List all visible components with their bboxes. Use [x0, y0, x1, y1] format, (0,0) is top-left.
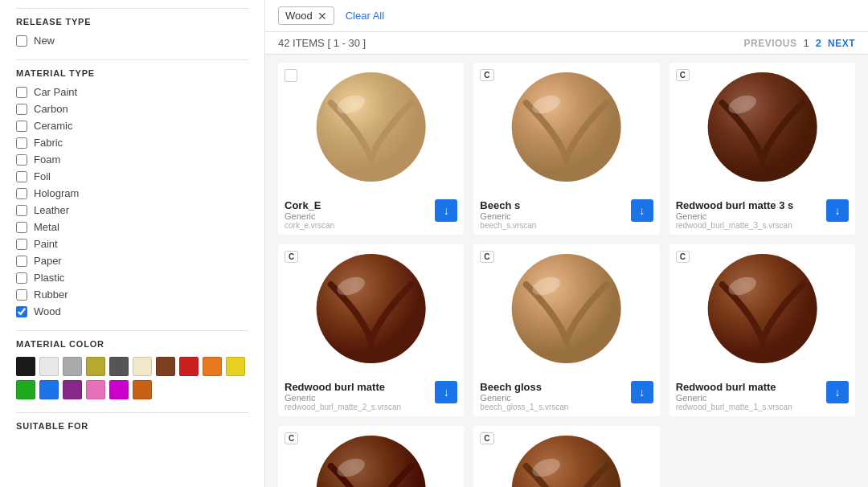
next-button[interactable]: NEXT — [828, 38, 855, 49]
material-card[interactable]: CBeech sGenericbeech_s.vrscan↓ — [473, 63, 659, 235]
material-type-row[interactable]: Wood — [16, 305, 248, 317]
color-swatch[interactable] — [39, 357, 59, 376]
material-card[interactable]: Cork_EGenericcork_e.vrscan↓ — [278, 63, 464, 235]
material-type-label[interactable]: Car Paint — [34, 86, 77, 98]
card-text: Redwood burl matte 3 sGenericredwood_bur… — [676, 199, 794, 230]
release-new-label[interactable]: New — [34, 35, 55, 47]
material-type-label[interactable]: Rubber — [34, 289, 68, 301]
color-swatch[interactable] — [63, 380, 82, 399]
color-swatch[interactable] — [226, 357, 245, 376]
ball-svg — [669, 63, 855, 191]
material-type-checkbox[interactable] — [16, 239, 27, 250]
grid-area: Cork_EGenericcork_e.vrscan↓CBeech sGener… — [265, 55, 868, 487]
material-card[interactable]: CRedwood burl matteGenericredwood_burl_m… — [278, 244, 464, 416]
card-info: Beech sGenericbeech_s.vrscan↓ — [473, 194, 659, 235]
material-card[interactable]: C — [473, 426, 659, 487]
material-type-checkbox[interactable] — [16, 222, 27, 233]
material-type-label[interactable]: Metal — [34, 221, 59, 233]
material-type-row[interactable]: Hologram — [16, 187, 248, 199]
card-name: Redwood burl matte — [285, 381, 401, 393]
material-type-checkbox[interactable] — [16, 154, 27, 166]
material-type-label[interactable]: Plastic — [34, 272, 64, 284]
material-type-row[interactable]: Metal — [16, 221, 248, 233]
download-button[interactable]: ↓ — [435, 381, 457, 403]
remove-filter-icon[interactable]: ✕ — [317, 10, 327, 22]
material-type-label[interactable]: Foam — [34, 153, 60, 166]
material-type-checkbox[interactable] — [16, 137, 27, 149]
material-type-row[interactable]: Paint — [16, 238, 248, 250]
material-card[interactable]: CBeech glossGenericbeech_gloss_1_s.vrsca… — [473, 244, 659, 416]
card-text: Redwood burl matteGenericredwood_burl_ma… — [676, 381, 792, 411]
material-type-row[interactable]: Fabric — [16, 137, 248, 149]
material-type-label[interactable]: Leather — [34, 204, 69, 216]
material-type-row[interactable]: Plastic — [16, 272, 248, 284]
material-color-title: MATERIAL COLOR — [16, 330, 248, 349]
material-type-row[interactable]: Foam — [16, 153, 248, 166]
material-type-label[interactable]: Ceramic — [34, 120, 72, 132]
material-type-label[interactable]: Fabric — [34, 137, 63, 149]
clear-all-button[interactable]: Clear All — [342, 10, 387, 22]
color-swatch[interactable] — [63, 357, 82, 376]
download-button[interactable]: ↓ — [826, 381, 849, 403]
color-swatch[interactable] — [86, 357, 105, 376]
previous-button[interactable]: PREVIOUS — [744, 38, 797, 49]
card-badge: C — [285, 432, 298, 444]
material-type-label[interactable]: Wood — [34, 305, 61, 317]
color-swatch[interactable] — [203, 357, 222, 376]
pagination: PREVIOUS 1 2 NEXT — [744, 37, 856, 49]
color-swatch[interactable] — [16, 357, 35, 376]
color-swatch[interactable] — [16, 380, 35, 399]
color-swatch[interactable] — [109, 380, 129, 399]
color-swatch[interactable] — [179, 357, 199, 376]
color-swatch[interactable] — [39, 380, 59, 399]
material-type-checkbox[interactable] — [16, 289, 27, 301]
page-1-button[interactable]: 1 — [804, 37, 809, 49]
material-type-row[interactable]: Paper — [16, 255, 248, 267]
material-type-row[interactable]: Ceramic — [16, 120, 248, 132]
material-type-label[interactable]: Paper — [34, 255, 62, 267]
color-swatch[interactable] — [109, 357, 129, 376]
ball-svg — [278, 426, 464, 487]
material-type-checkbox[interactable] — [16, 272, 27, 284]
release-new-checkbox[interactable] — [16, 35, 27, 47]
ball-svg — [473, 63, 659, 191]
material-type-checkbox[interactable] — [16, 256, 27, 267]
color-swatch[interactable] — [156, 357, 175, 376]
material-type-label[interactable]: Paint — [34, 238, 58, 250]
page-2-button[interactable]: 2 — [816, 37, 821, 49]
material-card[interactable]: CRedwood burl matte 3 sGenericredwood_bu… — [669, 63, 855, 235]
download-button[interactable]: ↓ — [435, 199, 457, 222]
release-new-row[interactable]: New — [16, 35, 248, 47]
material-type-row[interactable]: Foil — [16, 170, 248, 182]
material-type-checkbox[interactable] — [16, 121, 27, 132]
download-button[interactable]: ↓ — [631, 199, 653, 222]
material-type-checkbox[interactable] — [16, 87, 27, 98]
material-type-label[interactable]: Carbon — [34, 103, 68, 115]
download-button[interactable]: ↓ — [631, 381, 653, 403]
color-swatch[interactable] — [133, 380, 152, 399]
material-type-row[interactable]: Rubber — [16, 289, 248, 301]
download-button[interactable]: ↓ — [826, 199, 849, 222]
active-filter-tag[interactable]: Wood ✕ — [278, 6, 334, 25]
material-type-checkbox[interactable] — [16, 171, 27, 182]
card-filename: cork_e.vrscan — [285, 221, 334, 230]
material-type-label[interactable]: Foil — [34, 170, 51, 182]
card-type: Generic — [285, 211, 334, 221]
material-type-checkbox[interactable] — [16, 104, 27, 115]
material-type-row[interactable]: Carbon — [16, 103, 248, 115]
material-type-checkbox[interactable] — [16, 306, 27, 317]
card-select-checkbox[interactable] — [285, 69, 297, 82]
card-type: Generic — [480, 393, 568, 403]
material-type-row[interactable]: Car Paint — [16, 86, 248, 98]
card-filename: beech_gloss_1_s.vrscan — [480, 403, 568, 411]
material-type-checkbox[interactable] — [16, 205, 27, 216]
material-card[interactable]: C — [278, 426, 464, 487]
card-text: Beech glossGenericbeech_gloss_1_s.vrscan — [480, 381, 568, 411]
card-badge: C — [480, 251, 493, 263]
color-swatch[interactable] — [86, 380, 105, 399]
material-type-row[interactable]: Leather — [16, 204, 248, 216]
color-swatch[interactable] — [133, 357, 152, 376]
material-card[interactable]: CRedwood burl matteGenericredwood_burl_m… — [669, 244, 855, 416]
material-type-label[interactable]: Hologram — [34, 187, 79, 199]
material-type-checkbox[interactable] — [16, 188, 27, 199]
